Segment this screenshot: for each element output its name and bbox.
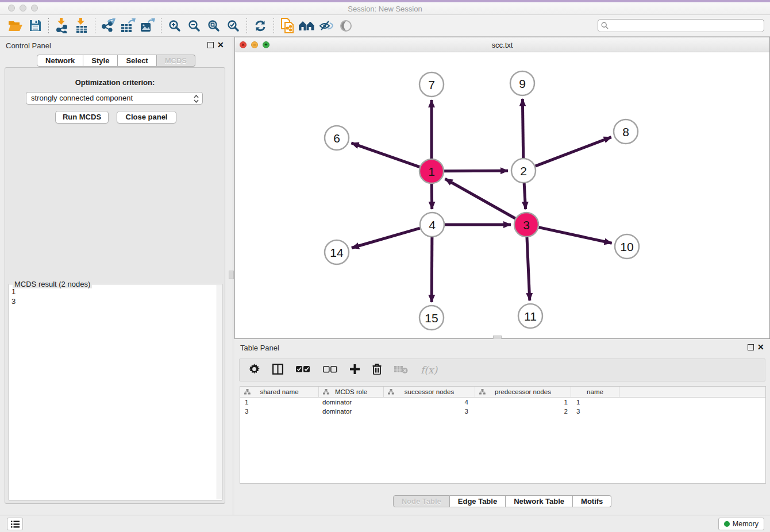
graph-edge-4-15[interactable] [432,237,432,302]
deselect-all-button[interactable] [323,366,337,375]
open-folder-icon [8,20,23,32]
result-scrollbar[interactable] [217,285,222,499]
criterion-select[interactable]: strongly connected component [26,92,203,105]
graph-edge-4-14[interactable] [352,228,420,248]
network-window-titlebar[interactable]: × − + scc.txt [235,37,769,52]
graph-node-4[interactable]: 4 [420,213,444,237]
table-row[interactable]: 3dominator323 [240,407,765,416]
table-cell: 1 [240,399,319,406]
tab-network[interactable]: Network [37,55,83,67]
stepper-icon [193,94,199,103]
graph-node-2[interactable]: 2 [511,159,536,183]
network-graph[interactable]: 7968124314101511 [235,52,769,338]
graph-edge-3-1[interactable] [445,179,515,218]
graph-node-6[interactable]: 6 [325,126,349,150]
tab-node-table[interactable]: Node Table [393,495,450,507]
delete-table-button[interactable] [394,365,408,376]
toolbar-separator [48,18,49,34]
export-image-button[interactable] [138,17,157,35]
column-header-name[interactable]: name [571,387,619,397]
table-panel-tabs: Node TableEdge TableNetwork TableMotifs [234,495,770,507]
table-cell: 3 [384,408,475,415]
table-settings-button[interactable] [249,364,260,376]
tab-select[interactable]: Select [118,55,156,67]
zoom-out-button[interactable] [184,17,204,35]
graph-node-10[interactable]: 10 [615,234,639,259]
float-table-panel-icon[interactable] [748,344,754,350]
close-table-panel-icon[interactable]: ✕ [757,342,764,352]
memory-button[interactable]: Memory [718,518,764,530]
tab-network-table[interactable]: Network Table [506,495,573,507]
graph-edge-3-11[interactable] [527,237,530,300]
memory-label: Memory [733,520,759,528]
delete-table-icon [394,365,408,374]
column-type-icon [323,389,329,395]
tab-mcds[interactable]: MCDS [157,55,195,67]
inactive-eye-button[interactable] [336,17,356,35]
zoom-fit-button[interactable] [204,17,224,35]
graph-edge-1-6[interactable] [351,143,419,167]
tab-edge-table[interactable]: Edge Table [450,495,506,507]
open-session-button[interactable] [6,17,25,35]
zoom-selected-icon [227,20,240,32]
import-table-button[interactable] [72,17,91,35]
graph-node-7[interactable]: 7 [419,72,444,97]
function-builder-button[interactable]: f(x) [421,364,437,376]
export-network-icon [101,18,116,33]
tab-style[interactable]: Style [83,55,118,67]
graph-node-3[interactable]: 3 [514,213,538,237]
zoom-in-button[interactable] [165,17,184,35]
float-panel-icon[interactable] [207,42,214,48]
create-column-button[interactable] [350,364,360,376]
tab-motifs[interactable]: Motifs [573,495,611,507]
graph-edge-1-2[interactable] [444,171,508,171]
graph-edge-3-10[interactable] [538,228,611,244]
task-history-button[interactable] [7,518,23,530]
run-mcds-button[interactable]: Run MCDS [55,111,109,124]
delete-columns-button[interactable] [372,364,382,376]
column-header-MCDS-role[interactable]: MCDS role [319,387,384,397]
graph-node-1[interactable]: 1 [419,159,444,183]
hide-eye-button[interactable] [317,17,336,35]
graph-edge-2-9[interactable] [522,99,523,158]
graph-node-15[interactable]: 15 [419,306,444,330]
show-column-button[interactable] [272,364,283,376]
splitter-grip-vertical[interactable] [229,271,234,279]
table-row[interactable]: 1dominator411 [240,398,765,407]
clone-network-button[interactable] [278,17,297,35]
trash-icon [372,364,382,375]
plus-icon [350,364,360,374]
node-label: 3 [523,218,530,232]
toolbar-separator [247,18,247,34]
two-houses-button[interactable] [297,17,317,35]
column-type-icon [244,389,251,395]
search-input[interactable] [598,19,764,32]
graph-node-9[interactable]: 9 [510,71,534,95]
graph-node-8[interactable]: 8 [614,119,638,144]
mcds-result-text[interactable]: 13 [11,287,16,306]
close-panel-button[interactable]: Close panel [117,111,176,124]
graph-node-11[interactable]: 11 [518,304,542,328]
graph-edge-2-3[interactable] [524,183,525,209]
graph-edge-2-8[interactable] [536,137,611,167]
export-table-button[interactable] [118,17,138,35]
select-all-button[interactable] [296,366,310,375]
mcds-tab-content: Optimization criterion: strongly connect… [5,67,225,504]
save-session-button[interactable] [25,17,45,35]
column-header-label: predecessor nodes [495,388,551,395]
column-header-shared-name[interactable]: shared name [240,387,319,397]
node-label: 8 [622,125,629,138]
zoom-out-icon [188,20,201,32]
close-panel-icon[interactable]: ✕ [217,40,224,49]
import-network-button[interactable] [52,17,72,35]
column-type-icon [388,389,394,395]
memory-status-dot [724,521,730,527]
column-header-successor-nodes[interactable]: successor nodes [384,387,475,397]
refresh-button[interactable] [251,17,270,35]
zoom-selected-button[interactable] [224,17,243,35]
node-label: 4 [429,218,436,232]
graph-node-14[interactable]: 14 [325,240,349,264]
export-network-button[interactable] [99,17,118,35]
two-houses-icon [299,20,315,32]
column-header-predecessor-nodes[interactable]: predecessor nodes [475,387,571,397]
